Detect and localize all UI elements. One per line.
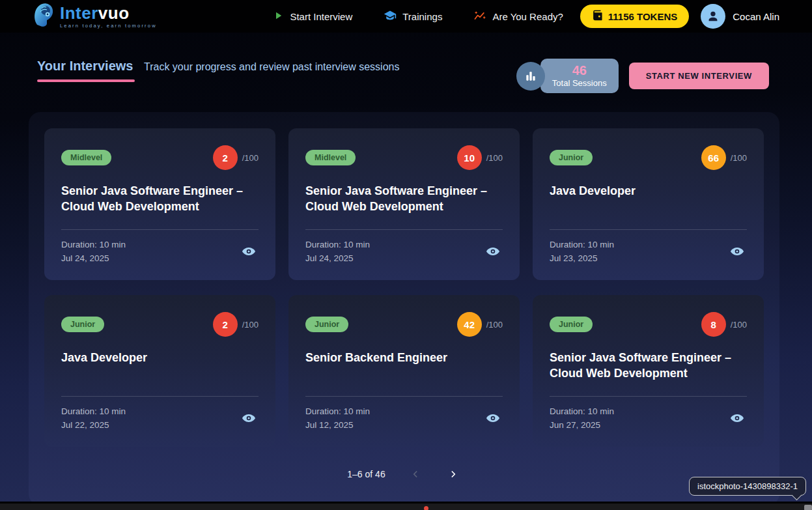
score-circle: 2 [213, 145, 238, 170]
view-interview-button[interactable] [483, 242, 503, 263]
duration-text: Duration: 10 min [305, 405, 370, 419]
score-group: 8 /100 [701, 312, 747, 337]
total-sessions-label: Total Sessions [552, 78, 607, 88]
eye-icon [486, 411, 500, 427]
title-underline [37, 79, 135, 82]
date-text: Jul 24, 2025 [305, 252, 370, 266]
duration-text: Duration: 10 min [61, 238, 126, 252]
score-circle: 10 [457, 145, 482, 170]
page-subtitle: Track your progress and review past inte… [144, 61, 399, 73]
interviews-panel: Midlevel 2 /100 Senior Java Software Eng… [29, 112, 779, 505]
score-group: 42 /100 [457, 312, 503, 337]
tokens-button[interactable]: 11156 TOKENS [580, 5, 689, 28]
view-interview-button[interactable] [483, 408, 503, 430]
nav-label: Trainings [402, 11, 442, 22]
score-max-label: /100 [242, 153, 259, 163]
graduation-cap-icon [384, 9, 397, 24]
score-group: 2 /100 [213, 145, 259, 170]
bar-chart-icon [516, 62, 545, 91]
date-text: Jul 23, 2025 [550, 252, 614, 266]
prev-page-button[interactable] [408, 466, 423, 482]
nav-label: Start Interview [290, 11, 352, 22]
nav-item-trainings[interactable]: Trainings [384, 9, 442, 24]
tokens-label: 11156 TOKENS [608, 11, 677, 22]
taskbar-glyph-icon [804, 505, 812, 510]
brand-tagline: Learn today, earn tomorrow [60, 23, 157, 29]
card-divider [550, 396, 747, 397]
duration-text: Duration: 10 min [550, 238, 614, 252]
page-header: Your Interviews Track your progress and … [0, 33, 812, 93]
score-max-label: /100 [486, 153, 503, 163]
date-text: Jul 24, 2025 [61, 252, 126, 266]
interview-title: Senior Backend Engineer [305, 350, 503, 365]
nav-label: Are You Ready? [492, 11, 563, 22]
date-text: Jul 12, 2025 [305, 419, 370, 432]
interview-card: Junior 66 /100 Java Developer Duration: … [533, 128, 764, 280]
eye-icon [730, 244, 744, 261]
score-max-label: /100 [731, 153, 747, 163]
score-circle: 42 [457, 312, 482, 337]
page-title: Your Interviews [37, 59, 133, 74]
red-dot-indicator [424, 506, 428, 510]
nav-item-start-interview[interactable]: Start Interview [272, 10, 352, 23]
bottom-taskbar-strip [0, 502, 812, 510]
interview-card: Midlevel 2 /100 Senior Java Software Eng… [44, 128, 275, 280]
next-page-button[interactable] [445, 466, 461, 482]
duration-text: Duration: 10 min [550, 405, 614, 419]
total-sessions-badge: 46 Total Sessions [540, 59, 619, 93]
interview-title: Senior Java Software Engineer – Cloud We… [305, 183, 503, 215]
interview-title: Senior Java Software Engineer – Cloud We… [550, 350, 747, 382]
score-max-label: /100 [242, 320, 259, 330]
duration-text: Duration: 10 min [61, 405, 126, 419]
card-divider [61, 396, 259, 397]
date-text: Jun 27, 2025 [550, 419, 614, 432]
card-divider [305, 396, 503, 397]
nav-menu: Start Interview Trainings Are You Ready? [272, 9, 563, 24]
logo[interactable]: Intervuo Learn today, earn tomorrow [33, 1, 157, 31]
download-filename-tooltip: istockphoto-1430898332-1 [689, 477, 806, 496]
level-badge: Junior [550, 150, 593, 165]
cards-grid: Midlevel 2 /100 Senior Java Software Eng… [44, 128, 764, 447]
total-sessions-value: 46 [552, 63, 607, 78]
level-badge: Junior [61, 317, 104, 332]
score-group: 10 /100 [457, 145, 503, 170]
score-group: 2 /100 [213, 312, 259, 337]
eye-icon [486, 244, 500, 261]
page-range-label: 1–6 of 46 [347, 469, 385, 479]
view-interview-button[interactable] [727, 242, 747, 263]
card-divider [550, 229, 747, 230]
eye-icon [242, 411, 256, 427]
interview-card: Junior 2 /100 Java Developer Duration: 1… [44, 295, 275, 447]
brand-wordmark: Intervuo [60, 5, 157, 21]
date-text: Jul 22, 2025 [61, 419, 126, 432]
start-new-interview-button[interactable]: START NEW INTERVIEW [629, 63, 769, 89]
robot-logo-icon [33, 1, 55, 31]
card-divider [305, 229, 503, 230]
score-group: 66 /100 [701, 145, 747, 170]
user-avatar [701, 4, 725, 29]
nav-item-are-you-ready[interactable]: Are You Ready? [473, 9, 563, 24]
interview-title: Senior Java Software Engineer – Cloud We… [61, 183, 259, 215]
wallet-icon [592, 10, 603, 23]
play-icon [272, 10, 284, 23]
duration-text: Duration: 10 min [305, 238, 370, 252]
user-menu[interactable]: Cocan Alin [701, 4, 779, 29]
interview-card: Junior 8 /100 Senior Java Software Engin… [533, 295, 764, 447]
view-interview-button[interactable] [727, 408, 747, 430]
top-navbar: Intervuo Learn today, earn tomorrow Star… [0, 0, 812, 33]
score-max-label: /100 [486, 320, 503, 330]
score-circle: 2 [213, 312, 238, 337]
view-interview-button[interactable] [239, 408, 259, 430]
view-interview-button[interactable] [239, 242, 259, 263]
level-badge: Midlevel [305, 150, 356, 165]
interview-card: Midlevel 10 /100 Senior Java Software En… [288, 128, 520, 280]
level-badge: Junior [305, 317, 348, 332]
level-badge: Midlevel [61, 150, 111, 165]
card-divider [61, 229, 259, 230]
interview-title: Java Developer [61, 350, 259, 365]
interview-card: Junior 42 /100 Senior Backend Engineer D… [288, 295, 520, 447]
interview-title: Java Developer [550, 183, 747, 199]
level-badge: Junior [550, 317, 593, 332]
trending-chart-icon [473, 9, 486, 24]
score-circle: 8 [701, 312, 726, 337]
